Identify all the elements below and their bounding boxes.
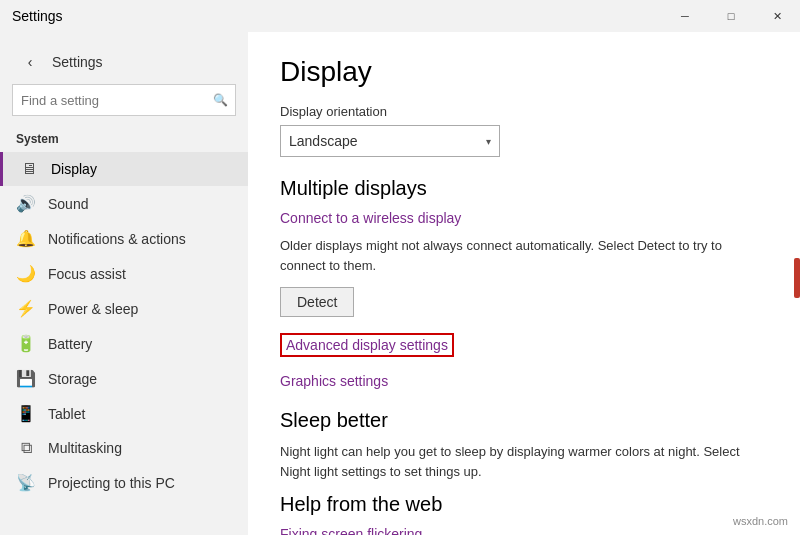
orientation-label: Display orientation — [280, 104, 768, 119]
sidebar-item-focus[interactable]: 🌙 Focus assist — [0, 256, 248, 291]
multitasking-icon: ⧉ — [16, 439, 36, 457]
display-icon: 🖥 — [19, 160, 39, 178]
projecting-icon: 📡 — [16, 473, 36, 492]
titlebar-left: Settings — [12, 8, 63, 24]
titlebar-controls: ─ □ ✕ — [662, 0, 800, 32]
tablet-icon: 📱 — [16, 404, 36, 423]
orientation-dropdown[interactable]: Landscape ▾ — [280, 125, 500, 157]
sidebar-item-label: Sound — [48, 196, 88, 212]
watermark: wsxdn.com — [733, 515, 788, 527]
graphics-settings-link[interactable]: Graphics settings — [280, 373, 388, 389]
sleep-section-heading: Sleep better — [280, 409, 768, 432]
scroll-indicator — [794, 258, 800, 298]
sound-icon: 🔊 — [16, 194, 36, 213]
battery-icon: 🔋 — [16, 334, 36, 353]
sidebar-item-tablet[interactable]: 📱 Tablet — [0, 396, 248, 431]
notifications-icon: 🔔 — [16, 229, 36, 248]
page-title: Display — [280, 56, 768, 88]
detect-info-text: Older displays might not always connect … — [280, 236, 768, 275]
titlebar: Settings ─ □ ✕ — [0, 0, 800, 32]
sidebar-header: ‹ Settings — [0, 32, 248, 84]
sidebar-item-label: Tablet — [48, 406, 85, 422]
titlebar-title: Settings — [12, 8, 63, 24]
advanced-display-link[interactable]: Advanced display settings — [286, 337, 448, 353]
focus-icon: 🌙 — [16, 264, 36, 283]
sidebar-item-power[interactable]: ⚡ Power & sleep — [0, 291, 248, 326]
sidebar-search: 🔍 — [12, 84, 236, 116]
content-area: ‹ Settings 🔍 System 🖥 Display 🔊 Sound 🔔 … — [0, 32, 800, 535]
web-link-1[interactable]: Fixing screen flickering — [280, 526, 768, 535]
close-button[interactable]: ✕ — [754, 0, 800, 32]
sidebar-item-label: Focus assist — [48, 266, 126, 282]
settings-window: Settings ─ □ ✕ ‹ Settings 🔍 System 🖥 Dis… — [0, 0, 800, 535]
main-panel: Display Display orientation Landscape ▾ … — [248, 32, 800, 535]
power-icon: ⚡ — [16, 299, 36, 318]
search-input[interactable] — [12, 84, 236, 116]
multiple-displays-heading: Multiple displays — [280, 177, 768, 200]
orientation-value: Landscape — [289, 133, 358, 149]
web-section-heading: Help from the web — [280, 493, 768, 516]
sidebar-app-title: Settings — [52, 54, 103, 70]
sidebar-item-sound[interactable]: 🔊 Sound — [0, 186, 248, 221]
sidebar-item-label: Multitasking — [48, 440, 122, 456]
detect-button[interactable]: Detect — [280, 287, 354, 317]
minimize-button[interactable]: ─ — [662, 0, 708, 32]
sidebar-item-label: Storage — [48, 371, 97, 387]
maximize-button[interactable]: □ — [708, 0, 754, 32]
sidebar-item-label: Display — [51, 161, 97, 177]
sidebar-item-multitasking[interactable]: ⧉ Multitasking — [0, 431, 248, 465]
sidebar: ‹ Settings 🔍 System 🖥 Display 🔊 Sound 🔔 … — [0, 32, 248, 535]
sidebar-item-label: Power & sleep — [48, 301, 138, 317]
chevron-down-icon: ▾ — [486, 136, 491, 147]
back-button[interactable]: ‹ — [16, 48, 44, 76]
search-icon: 🔍 — [213, 93, 228, 107]
wireless-display-link[interactable]: Connect to a wireless display — [280, 210, 461, 226]
sidebar-item-battery[interactable]: 🔋 Battery — [0, 326, 248, 361]
sidebar-item-notifications[interactable]: 🔔 Notifications & actions — [0, 221, 248, 256]
sidebar-item-label: Notifications & actions — [48, 231, 186, 247]
sidebar-item-storage[interactable]: 💾 Storage — [0, 361, 248, 396]
storage-icon: 💾 — [16, 369, 36, 388]
advanced-link-container: Advanced display settings — [280, 333, 768, 365]
sidebar-item-label: Battery — [48, 336, 92, 352]
sidebar-item-display[interactable]: 🖥 Display — [0, 152, 248, 186]
system-section-label: System — [0, 128, 248, 150]
sleep-info-text: Night light can help you get to sleep by… — [280, 442, 768, 481]
advanced-link-box: Advanced display settings — [280, 333, 454, 357]
sidebar-item-projecting[interactable]: 📡 Projecting to this PC — [0, 465, 248, 500]
sidebar-item-label: Projecting to this PC — [48, 475, 175, 491]
